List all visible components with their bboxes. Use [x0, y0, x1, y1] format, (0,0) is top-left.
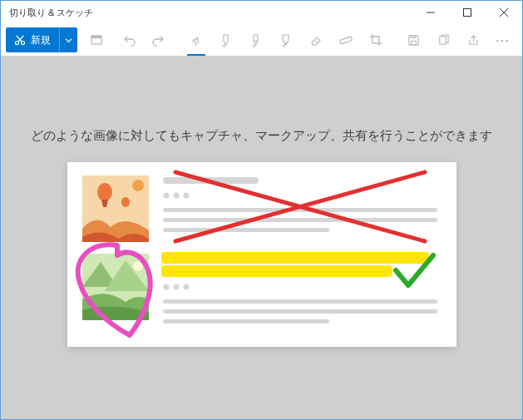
- svg-rect-31: [163, 228, 329, 232]
- window-title: 切り取り & スケッチ: [9, 7, 412, 19]
- new-snip-button[interactable]: 新規: [6, 27, 77, 52]
- svg-rect-15: [411, 35, 415, 37]
- svg-rect-14: [411, 41, 416, 45]
- undo-icon: [123, 33, 136, 47]
- touch-write-button[interactable]: [182, 26, 210, 54]
- new-snip-label: 新規: [31, 33, 51, 47]
- close-icon: [500, 8, 508, 17]
- new-snip-dropdown[interactable]: [59, 27, 77, 52]
- svg-rect-11: [284, 43, 287, 45]
- save-icon: [407, 34, 420, 47]
- welcome-illustration: [67, 162, 456, 347]
- hint-text: どのような画像に対してもキャプチャ、マークアップ、共有を行うことができます: [31, 128, 492, 144]
- svg-rect-30: [163, 218, 437, 222]
- save-button[interactable]: [399, 26, 427, 54]
- svg-point-34: [163, 284, 169, 290]
- crop-button[interactable]: [362, 26, 390, 54]
- eraser-button[interactable]: [302, 26, 330, 54]
- svg-point-18: [132, 180, 144, 191]
- svg-rect-16: [439, 36, 446, 43]
- svg-rect-39: [163, 319, 329, 324]
- eraser-icon: [309, 33, 323, 47]
- more-icon: ···: [496, 33, 511, 47]
- snip-icon: [14, 34, 26, 46]
- delay-icon: [90, 33, 103, 47]
- crop-icon: [369, 33, 382, 47]
- pen-tools: [182, 26, 390, 54]
- ruler-icon: [339, 33, 353, 47]
- svg-rect-13: [339, 37, 352, 44]
- svg-rect-1: [464, 9, 471, 17]
- chevron-down-icon: [65, 37, 72, 44]
- svg-point-27: [173, 193, 179, 199]
- minimize-button[interactable]: [412, 1, 449, 24]
- copy-icon: [437, 34, 450, 47]
- redo-icon: [151, 33, 165, 47]
- svg-line-12: [314, 40, 318, 43]
- minimize-icon: [427, 8, 435, 17]
- output-tools: ···: [399, 26, 517, 54]
- svg-point-26: [163, 193, 169, 199]
- svg-rect-40: [161, 252, 429, 264]
- new-snip-main[interactable]: 新規: [6, 33, 59, 47]
- ballpoint-button[interactable]: [212, 26, 240, 54]
- undo-button[interactable]: [116, 26, 144, 54]
- maximize-button[interactable]: [449, 1, 486, 24]
- svg-rect-37: [163, 299, 437, 304]
- svg-rect-38: [163, 309, 437, 314]
- svg-rect-41: [161, 265, 392, 277]
- share-icon: [467, 34, 480, 47]
- pencil-icon: [249, 33, 262, 47]
- touch-write-icon: [190, 33, 203, 47]
- close-button[interactable]: [486, 1, 522, 24]
- svg-point-28: [183, 193, 189, 199]
- ruler-button[interactable]: [332, 26, 360, 54]
- ballpoint-pen-icon: [220, 33, 232, 47]
- app-window: 切り取り & スケッチ 新規: [0, 0, 523, 420]
- svg-rect-9: [91, 36, 101, 38]
- pencil-button[interactable]: [242, 26, 270, 54]
- svg-point-19: [97, 183, 112, 201]
- toolbar: 新規: [1, 24, 522, 56]
- svg-point-36: [183, 284, 189, 290]
- titlebar: 切り取り & スケッチ: [1, 1, 522, 24]
- more-button[interactable]: ···: [489, 26, 517, 54]
- redo-button[interactable]: [144, 26, 172, 54]
- svg-point-35: [173, 284, 179, 290]
- copy-button[interactable]: [429, 26, 457, 54]
- svg-point-20: [121, 197, 130, 207]
- delay-button[interactable]: [82, 26, 111, 54]
- highlighter-button[interactable]: [272, 26, 300, 54]
- window-controls: [412, 1, 522, 24]
- highlighter-icon: [279, 33, 292, 47]
- canvas-area: どのような画像に対してもキャプチャ、マークアップ、共有を行うことができます: [1, 56, 522, 419]
- maximize-icon: [463, 8, 471, 17]
- share-button[interactable]: [459, 26, 487, 54]
